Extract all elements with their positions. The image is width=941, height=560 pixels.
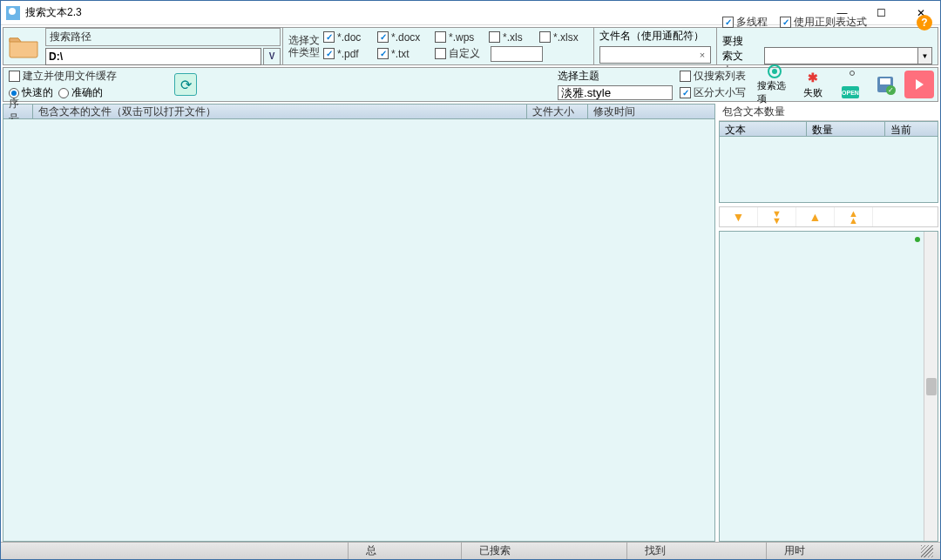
checkbox-multithread[interactable]: 多线程 xyxy=(722,15,768,30)
search-options-button[interactable]: 搜索选项 xyxy=(756,69,793,100)
checkbox-txt[interactable]: *.txt xyxy=(377,48,433,60)
run-button[interactable] xyxy=(904,71,934,98)
fail-button[interactable]: ✱ 失败 xyxy=(795,69,831,100)
status-found: 找到 xyxy=(626,543,766,559)
chevron-up-icon: ▲ xyxy=(809,210,822,224)
options-block: 多线程 使用正则表达式 ? 要搜索文本 ▼ xyxy=(716,28,938,64)
toolbar-second: 建立并使用文件缓存 快速的 准确的 ⟳ 选择主题 仅搜索列表 区分大小写 搜索选… xyxy=(3,67,938,102)
filename-input[interactable] xyxy=(599,46,711,64)
col-file[interactable]: 包含文本的文件（双击可以打开文件） xyxy=(33,105,527,118)
checkbox-pdf[interactable]: *.pdf xyxy=(323,48,376,60)
clear-icon[interactable]: × xyxy=(696,49,708,61)
col-text[interactable]: 文本 xyxy=(720,122,807,136)
results-pane: 序号 包含文本的文件（双击可以打开文件） 文件大小 修改时间 xyxy=(3,104,715,542)
window-title: 搜索文本2.3 xyxy=(25,5,823,20)
save-icon: ✓ xyxy=(877,77,893,92)
searchtext-dropdown-icon[interactable]: ▼ xyxy=(918,47,932,64)
checkbox-xls[interactable]: *.xls xyxy=(489,31,538,44)
results-body[interactable] xyxy=(3,119,715,542)
checkbox-custom[interactable]: 自定义 xyxy=(435,46,487,61)
double-chevron-up-icon: ▲▲ xyxy=(849,210,858,224)
status-searched: 已搜索 xyxy=(461,543,626,559)
path-label: 搜索路径 xyxy=(45,28,281,46)
checkbox-xlsx[interactable]: *.xlsx xyxy=(539,31,588,44)
filename-block: 文件名（使用通配符） × xyxy=(593,28,716,64)
nav-strip: ▼ ▼▼ ▲ ▲▲ xyxy=(719,206,938,227)
filetype-label: 选择文件类型 xyxy=(288,34,323,58)
searchtext-input[interactable] xyxy=(764,47,918,64)
col-current[interactable]: 当前 xyxy=(885,122,938,136)
theme-block: 选择主题 xyxy=(554,68,676,101)
open-badge: OPEN xyxy=(842,86,859,98)
nav-up-single[interactable]: ▲ xyxy=(796,207,835,226)
options-icon xyxy=(767,64,782,78)
app-icon xyxy=(6,6,20,20)
scrollbar-thumb[interactable] xyxy=(926,378,937,395)
col-count[interactable]: 数量 xyxy=(807,122,885,136)
status-total: 总 xyxy=(348,543,461,559)
checkbox-wps[interactable]: *.wps xyxy=(435,31,487,44)
list-options-block: 仅搜索列表 区分大小写 xyxy=(676,68,755,101)
main-area: 序号 包含文本的文件（双击可以打开文件） 文件大小 修改时间 包含文本数量 文本… xyxy=(3,104,938,542)
cache-block: 建立并使用文件缓存 快速的 准确的 xyxy=(3,68,169,101)
theme-label: 选择主题 xyxy=(558,69,673,84)
refresh-button[interactable]: ⟳ xyxy=(174,73,197,96)
right-grid-body[interactable] xyxy=(719,137,938,203)
checkbox-regex[interactable]: 使用正则表达式 xyxy=(780,15,867,30)
open-sign-icon xyxy=(843,71,858,86)
statusbar: 总 已搜索 找到 用时 xyxy=(1,542,940,559)
nav-down-single[interactable]: ▼ xyxy=(720,207,758,226)
fail-icon: ✱ xyxy=(805,70,821,85)
checkbox-cache[interactable]: 建立并使用文件缓存 xyxy=(9,69,164,84)
right-title: 包含文本数量 xyxy=(719,104,938,121)
right-grid-header: 文本 数量 当前 xyxy=(719,121,938,137)
path-block: 搜索路径 V xyxy=(44,28,282,64)
checkbox-only-list[interactable]: 仅搜索列表 xyxy=(680,69,751,84)
checkbox-docx[interactable]: *.docx xyxy=(377,31,433,44)
col-modified[interactable]: 修改时间 xyxy=(588,105,714,118)
checkbox-doc[interactable]: *.doc xyxy=(323,31,376,44)
spacer xyxy=(202,68,554,101)
chevron-down-icon: ▼ xyxy=(733,210,745,224)
help-icon[interactable]: ? xyxy=(917,15,932,30)
status-blank xyxy=(8,543,348,559)
custom-ext-input[interactable] xyxy=(491,46,543,62)
resize-grip-icon[interactable] xyxy=(921,545,933,557)
scrollbar-vertical[interactable] xyxy=(924,232,938,541)
col-index[interactable]: 序号 xyxy=(3,105,33,118)
path-dropdown-button[interactable]: V xyxy=(263,48,281,65)
detail-panel[interactable] xyxy=(719,231,938,542)
results-header: 序号 包含文本的文件（双击可以打开文件） 文件大小 修改时间 xyxy=(3,104,715,119)
status-time: 用时 xyxy=(766,543,921,559)
right-pane: 包含文本数量 文本 数量 当前 ▼ ▼▼ ▲ ▲▲ xyxy=(719,104,938,542)
save-button[interactable]: ✓ xyxy=(870,69,901,100)
status-dot-icon xyxy=(915,237,920,242)
folder-icon[interactable] xyxy=(3,28,44,64)
open-button[interactable]: OPEN xyxy=(833,69,868,100)
double-chevron-down-icon: ▼▼ xyxy=(772,210,782,224)
nav-down-double[interactable]: ▼▼ xyxy=(758,207,796,226)
col-size[interactable]: 文件大小 xyxy=(527,105,588,118)
nav-up-double[interactable]: ▲▲ xyxy=(835,207,873,226)
radio-accurate[interactable]: 准确的 xyxy=(58,85,103,100)
theme-input[interactable] xyxy=(558,85,673,100)
filename-label: 文件名（使用通配符） xyxy=(599,29,711,44)
filetype-block: 选择文件类型 *.doc *.docx *.wps *.xls *.xlsx *… xyxy=(282,28,593,64)
checkbox-case-sensitive[interactable]: 区分大小写 xyxy=(680,85,751,100)
play-icon xyxy=(913,78,925,91)
path-input[interactable] xyxy=(45,48,261,65)
action-buttons: 搜索选项 ✱ 失败 OPEN ✓ xyxy=(755,68,938,101)
toolbar-top: 搜索路径 V 选择文件类型 *.doc *.docx *.wps *.xls *… xyxy=(3,27,938,65)
app-window: 搜索文本2.3 ― ☐ ✕ 搜索路径 V 选择文件类型 *.doc *.docx… xyxy=(0,0,941,560)
